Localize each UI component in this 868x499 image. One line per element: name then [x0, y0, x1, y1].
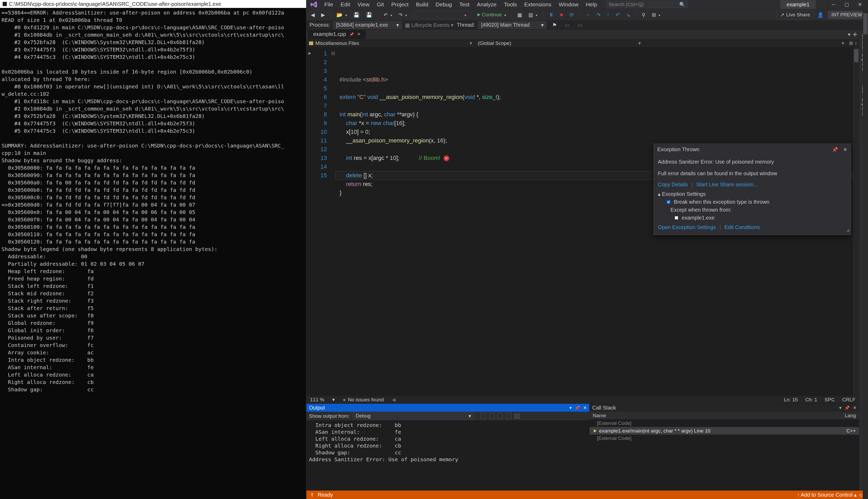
expand-icon[interactable]: ↕	[855, 41, 857, 46]
undo-button[interactable]: ↶	[381, 11, 394, 19]
step-into-button[interactable]: →	[583, 11, 592, 19]
output-tool-1[interactable]	[481, 414, 486, 419]
flag-icon[interactable]: ⚑	[550, 21, 559, 29]
add-source-control-button[interactable]: ↑ Add to Source Control ▴	[797, 491, 857, 498]
menu-help[interactable]: Help	[582, 0, 601, 9]
live-share-session-link[interactable]: Start Live Share session...	[696, 182, 758, 187]
callstack-col-lang[interactable]: Lang	[845, 413, 856, 418]
stack-icon-2[interactable]: ▭	[575, 21, 585, 29]
output-tool-2[interactable]	[489, 414, 494, 419]
exc-settings-toggle[interactable]: ▴	[658, 191, 662, 197]
callstack-panel-title[interactable]: Call Stack ▾📌✕	[590, 404, 859, 412]
menu-debug[interactable]: Debug	[432, 0, 456, 9]
redo-button[interactable]: ↷	[396, 11, 409, 19]
resize-grip-icon[interactable]: ◢	[846, 226, 849, 234]
output-close-icon[interactable]: ✕	[583, 405, 587, 410]
stop-button[interactable]: ■	[558, 11, 565, 19]
continue-button[interactable]: Continue	[475, 11, 508, 19]
nav-forward-button[interactable]: ▶	[319, 11, 327, 19]
nav-back-button[interactable]: ◀	[309, 11, 317, 19]
tab-example1-cpp[interactable]: example1.cpp 📌 ✕	[308, 29, 366, 39]
line-indicator[interactable]: Ln: 15	[784, 397, 798, 403]
zoom-level[interactable]: 111 %	[310, 397, 324, 403]
scope-member-combo[interactable]: ▾	[644, 39, 847, 47]
tool-icon-2[interactable]: ▥	[526, 11, 540, 19]
save-all-button[interactable]: 💾	[364, 11, 375, 19]
output-tool-3[interactable]	[498, 414, 503, 419]
step-back-button[interactable]: ↶	[613, 11, 622, 19]
menu-git[interactable]: Git	[373, 0, 388, 9]
menu-build[interactable]: Build	[412, 0, 432, 9]
output-scrollbar[interactable]	[863, 0, 868, 499]
exception-pin-icon[interactable]: 📌	[832, 147, 838, 152]
status-publish-icon[interactable]: ⇪	[310, 492, 314, 498]
menu-file[interactable]: File	[320, 0, 337, 9]
callstack-row[interactable]: ➤example1.exe!main(int argc, char * * ar…	[590, 427, 859, 435]
open-file-button[interactable]: 📂	[334, 11, 349, 19]
lifecycle-events[interactable]: ▦ Lifecycle Events ▾	[405, 22, 454, 28]
line-gutter[interactable]: 123456789101112131415	[312, 48, 331, 395]
callstack-dropdown-icon[interactable]: ▾	[839, 405, 841, 410]
scope-project-combo[interactable]: Miscellaneous Files▾	[306, 39, 475, 47]
menu-window[interactable]: Window	[555, 0, 582, 9]
output-tool-5[interactable]	[514, 414, 520, 419]
break-checkbox[interactable]	[667, 200, 670, 204]
menu-extensions[interactable]: Extensions	[520, 0, 555, 9]
pause-button[interactable]: ⏸	[546, 11, 556, 19]
console-output[interactable]: ==53864==ERROR: AddressSanitizer: use-af…	[0, 8, 306, 499]
step-out-button[interactable]: ↑	[605, 11, 612, 19]
output-body[interactable]: Intra object redzone: bb ASan internal: …	[306, 421, 589, 490]
code-editor[interactable]: ➤ 123456789101112131415 ⊟ #include <stdl…	[306, 48, 859, 395]
output-panel-title[interactable]: Output ▾📌✕	[306, 404, 589, 412]
config-combo[interactable]	[416, 11, 468, 19]
stack-icon[interactable]: ▭	[563, 21, 572, 29]
open-exception-settings-link[interactable]: Open Exception Settings	[658, 224, 716, 230]
callstack-row[interactable]: [External Code]	[590, 435, 859, 442]
menu-test[interactable]: Test	[456, 0, 473, 9]
issues-status[interactable]: No issues found	[343, 397, 384, 403]
tab-overflow-icon[interactable]: ▾	[848, 32, 850, 37]
thread-combo[interactable]: [49020] Main Thread▾	[478, 21, 546, 29]
minimize-button[interactable]: ─	[827, 0, 840, 9]
edit-conditions-link[interactable]: Edit Conditions	[724, 224, 760, 230]
tool-icon-4[interactable]: ⊞	[650, 11, 663, 19]
show-output-combo[interactable]: Debug▾	[353, 412, 474, 420]
copy-details-link[interactable]: Copy Details	[658, 182, 688, 187]
output-tool-4[interactable]	[506, 414, 511, 419]
exception-close-icon[interactable]: ✕	[843, 147, 847, 152]
menu-view[interactable]: View	[354, 0, 373, 9]
tool-icon-3[interactable]: ⚲	[639, 11, 648, 19]
step-over-button[interactable]: ↷	[594, 11, 603, 19]
menu-analyze[interactable]: Analyze	[473, 0, 500, 9]
maximize-button[interactable]: ▢	[840, 0, 853, 9]
spaces-indicator[interactable]: SPC	[825, 397, 835, 403]
tab-settings-icon[interactable]: ✢	[853, 32, 857, 37]
scroll-minimap[interactable]	[853, 48, 859, 395]
run-to-button[interactable]: ↘	[624, 11, 633, 19]
menu-tools[interactable]: Tools	[500, 0, 520, 9]
lineend-indicator[interactable]: CRLF	[842, 397, 855, 403]
save-button[interactable]: 💾	[351, 11, 362, 19]
console-titlebar[interactable]: C:\MSDN\cpp-docs-pr\docs\c-language\ASAN…	[0, 0, 306, 8]
close-tab-icon[interactable]: ✕	[357, 32, 361, 37]
menu-edit[interactable]: Edit	[337, 0, 354, 9]
callstack-close-icon[interactable]: ✕	[853, 405, 856, 410]
search-box[interactable]: Search (Ctrl+Q) 🔍	[606, 1, 688, 8]
feedback-button[interactable]: 👤	[815, 11, 826, 19]
process-combo[interactable]: [53864] example1.exe▾	[333, 21, 402, 29]
pin-icon[interactable]: 📌	[349, 32, 354, 36]
callstack-row[interactable]: [External Code]	[590, 419, 859, 427]
callstack-body[interactable]: [External Code]➤example1.exe!main(int ar…	[590, 419, 859, 490]
live-share-button[interactable]: ↗ Live Share	[777, 11, 814, 19]
except-item-checkbox[interactable]	[675, 216, 678, 220]
scope-global-combo[interactable]: (Global Scope)▾	[475, 39, 644, 47]
menu-project[interactable]: Project	[388, 0, 412, 9]
col-indicator[interactable]: Ch: 1	[805, 397, 817, 403]
restart-button[interactable]: ⟳	[567, 11, 576, 19]
solution-name-tab[interactable]: example1	[780, 0, 816, 9]
output-pin-icon[interactable]: 📌	[575, 405, 580, 410]
output-dropdown-icon[interactable]: ▾	[569, 405, 571, 410]
tool-icon-1[interactable]: ▦	[515, 11, 525, 19]
callstack-col-name[interactable]: Name	[593, 413, 606, 418]
split-icon[interactable]: ⊟	[849, 41, 853, 46]
